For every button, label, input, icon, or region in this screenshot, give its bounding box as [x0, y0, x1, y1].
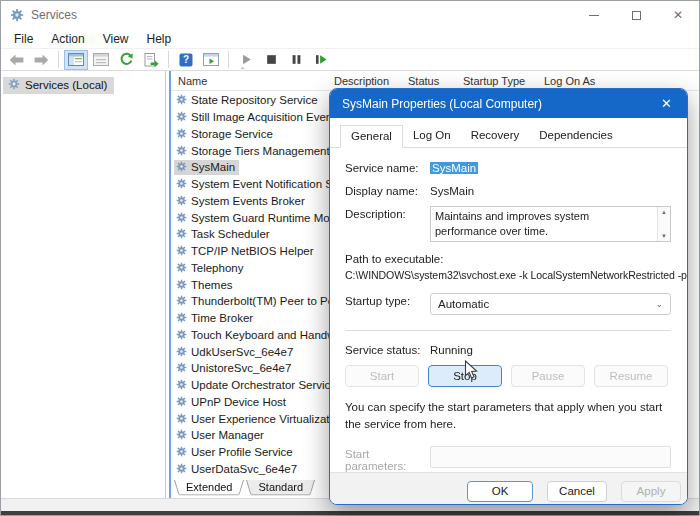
service-gear-icon — [176, 410, 187, 428]
service-status-label: Service status: — [345, 342, 430, 356]
cancel-button[interactable]: Cancel — [547, 481, 607, 502]
menu-help[interactable]: Help — [138, 31, 181, 47]
tree-item-label: Services (Local) — [25, 79, 107, 91]
description-value: Maintains and improves system performanc… — [431, 207, 657, 241]
menu-file[interactable]: File — [5, 31, 42, 47]
path-to-executable-value: C:\WINDOWS\system32\svchost.exe -k Local… — [345, 269, 671, 281]
service-gear-icon — [176, 125, 187, 143]
dialog-tabs: General Log On Recovery Dependencies — [330, 118, 687, 148]
service-name: Storage Service — [191, 128, 273, 140]
scroll-up-icon[interactable]: ▲ — [661, 209, 667, 215]
tree-item-services-local[interactable]: Services (Local) — [3, 77, 114, 94]
export-list-icon[interactable] — [139, 50, 163, 70]
sort-ascending-icon: ˆ — [241, 67, 244, 78]
description-scrollbar[interactable]: ▲ ▼ — [657, 207, 670, 241]
resume-button[interactable]: Resume — [594, 365, 668, 387]
service-name: System Events Broker — [191, 195, 305, 207]
service-name: UdkUserSvc_6e4e7 — [191, 346, 293, 358]
description-field[interactable]: Maintains and improves system performanc… — [430, 206, 671, 242]
column-header-startup-type[interactable]: Startup Type — [463, 75, 525, 87]
service-name: Thunderbolt(TM) Peer to Pee... — [191, 295, 350, 307]
restart-service-icon[interactable] — [309, 50, 333, 70]
pause-button[interactable]: Pause — [511, 365, 585, 387]
description-label: Description: — [345, 206, 430, 242]
close-button[interactable]: ✕ — [657, 1, 699, 29]
dialog-title-bar: SysMain Properties (Local Computer) ✕ — [330, 89, 687, 118]
back-icon[interactable] — [4, 50, 28, 70]
service-name: User Profile Service — [191, 446, 293, 458]
service-status-value: Running — [430, 342, 473, 356]
chevron-down-icon: ⌄ — [655, 299, 663, 309]
apply-button[interactable]: Apply — [621, 481, 681, 502]
menu-bar: File Action View Help — [1, 29, 699, 48]
toolbar-separator — [228, 51, 229, 68]
display-name-value: SysMain — [430, 183, 474, 197]
ok-button[interactable]: OK — [467, 481, 533, 502]
tab-recovery[interactable]: Recovery — [461, 125, 530, 147]
menu-action[interactable]: Action — [42, 31, 93, 47]
service-gear-icon — [176, 426, 187, 444]
service-gear-icon — [176, 158, 187, 176]
service-gear-icon — [176, 460, 187, 478]
path-to-executable-label: Path to executable: — [345, 253, 671, 265]
service-gear-icon — [176, 292, 187, 310]
service-control-buttons: Start Stop Pause Resume — [345, 365, 671, 387]
mouse-cursor — [464, 360, 478, 384]
column-header-status[interactable]: Status — [408, 75, 439, 87]
sysmain-properties-dialog: SysMain Properties (Local Computer) ✕ Ge… — [329, 88, 688, 505]
properties-icon[interactable] — [89, 50, 113, 70]
dialog-title: SysMain Properties (Local Computer) — [342, 97, 658, 111]
startup-type-label: Startup type: — [345, 293, 430, 315]
tab-extended[interactable]: Extended — [174, 480, 244, 498]
menu-view[interactable]: View — [94, 31, 138, 47]
service-gear-icon — [176, 326, 187, 344]
service-name: Themes — [191, 279, 233, 291]
minimize-icon — [589, 15, 599, 16]
tab-log-on[interactable]: Log On — [403, 125, 461, 147]
service-gear-icon — [176, 309, 187, 327]
display-name-label: Display name: — [345, 183, 430, 197]
console-tree-panel: Services (Local) — [1, 71, 166, 498]
column-header-description[interactable]: Description — [334, 75, 389, 87]
stop-service-icon[interactable] — [259, 50, 283, 70]
minimize-button[interactable] — [573, 1, 615, 29]
scroll-down-icon[interactable]: ▼ — [661, 233, 667, 239]
service-gear-icon — [176, 359, 187, 377]
startup-type-value: Automatic — [438, 298, 489, 310]
pause-service-icon[interactable] — [284, 50, 308, 70]
service-gear-icon — [176, 209, 187, 227]
service-gear-icon — [176, 242, 187, 260]
service-name: Task Scheduler — [191, 228, 270, 240]
service-name: SysMain — [191, 161, 235, 173]
start-parameters-note: You can specify the start parameters tha… — [345, 399, 675, 434]
service-name-value[interactable]: SysMain — [430, 162, 478, 174]
dialog-close-icon[interactable]: ✕ — [658, 96, 675, 111]
start-button[interactable]: Start — [345, 365, 419, 387]
forward-icon[interactable] — [29, 50, 53, 70]
svg-text:?: ? — [183, 54, 189, 65]
toolbar: ? — [1, 48, 699, 71]
start-parameters-input[interactable] — [430, 446, 671, 468]
column-header-name[interactable]: Name — [178, 75, 207, 87]
service-name: Touch Keyboard and Handw... — [191, 329, 344, 341]
divider — [345, 330, 671, 331]
show-action-pane-icon[interactable] — [199, 50, 223, 70]
show-console-tree-icon[interactable] — [64, 50, 88, 70]
start-service-icon[interactable] — [234, 50, 258, 70]
tab-dependencies[interactable]: Dependencies — [529, 125, 623, 147]
service-gear-icon — [176, 343, 187, 361]
help-icon[interactable]: ? — [174, 50, 198, 70]
service-gear-icon — [176, 142, 187, 160]
maximize-button[interactable] — [615, 1, 657, 29]
title-bar: Services ✕ — [1, 1, 699, 29]
tab-standard[interactable]: Standard — [246, 480, 315, 498]
service-name-label: Service name: — [345, 160, 430, 174]
service-name: Update Orchestrator Service — [191, 379, 337, 391]
startup-type-select[interactable]: Automatic ⌄ — [430, 293, 671, 315]
refresh-icon[interactable] — [114, 50, 138, 70]
service-gear-icon — [176, 276, 187, 294]
service-name: UnistoreSvc_6e4e7 — [191, 362, 291, 374]
tab-general[interactable]: General — [340, 125, 403, 148]
column-header-log-on-as[interactable]: Log On As — [544, 75, 595, 87]
service-gear-icon — [176, 393, 187, 411]
